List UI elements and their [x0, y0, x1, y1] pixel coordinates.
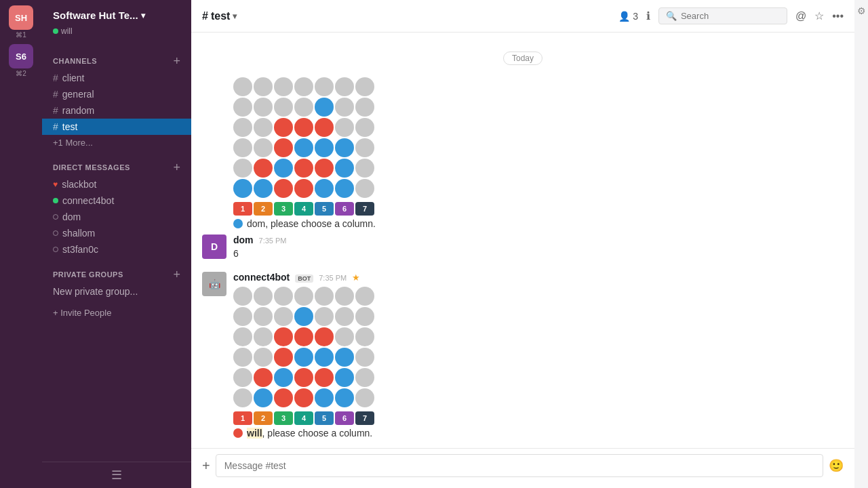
- board-cell: [233, 138, 252, 157]
- board-cell: [254, 179, 273, 198]
- board-cell: [335, 307, 354, 326]
- more-icon[interactable]: •••: [832, 10, 844, 22]
- message-author-bot1: connect4bot: [233, 272, 290, 283]
- message-group-bot1: 🤖 connect4bot BOT 7:35 PM ★ 1 2 3 4 5: [202, 269, 844, 441]
- message-time-dom: 7:35 PM: [259, 237, 287, 245]
- board-cell: [315, 179, 334, 198]
- board-cell: [294, 77, 313, 96]
- board-cell: [335, 77, 354, 96]
- col-5[interactable]: 5: [315, 202, 334, 216]
- invite-people-button[interactable]: + Invite People: [42, 300, 191, 326]
- col-2[interactable]: 2: [254, 202, 273, 216]
- board-cell: [355, 368, 374, 387]
- col-7[interactable]: 7: [355, 202, 374, 216]
- chat-header: # test ▾ 👤 3 ℹ 🔍 @ ☆ •••: [191, 0, 854, 33]
- dm-item-shallom[interactable]: shallom: [42, 225, 191, 241]
- workspace-primary[interactable]: SH ⌘1: [9, 5, 33, 39]
- more-channels-link[interactable]: +1 More...: [42, 135, 191, 150]
- sidebar-menu-icon[interactable]: ☰: [111, 468, 122, 483]
- board-cell: [335, 98, 354, 117]
- col-1[interactable]: 1: [233, 202, 252, 216]
- board-cell: [294, 138, 313, 157]
- turn-indicator-pre: dom, please choose a column.: [233, 218, 844, 229]
- status-dot: [53, 28, 58, 34]
- board-cell: [355, 179, 374, 198]
- settings-icon[interactable]: ⚙: [857, 5, 866, 16]
- board-cell: [294, 179, 313, 198]
- add-dm-button[interactable]: +: [173, 161, 180, 174]
- dm-item-connect4bot[interactable]: connect4bot: [42, 192, 191, 209]
- col-4[interactable]: 4: [294, 202, 313, 216]
- search-box[interactable]: 🔍: [658, 7, 787, 24]
- board-cell: [315, 159, 334, 178]
- add-private-group-button[interactable]: +: [173, 268, 180, 281]
- board-cell: [335, 287, 354, 306]
- private-groups-section-header: PRIVATE GROUPS +: [42, 258, 191, 283]
- dm-item-slackbot[interactable]: ♥ slackbot: [42, 176, 191, 192]
- col-4[interactable]: 4: [294, 411, 313, 425]
- star-button1[interactable]: ★: [352, 272, 360, 283]
- board-cell: [335, 159, 354, 178]
- star-icon[interactable]: ☆: [814, 9, 824, 22]
- col-numbers1: 1 2 3 4 5 6 7: [233, 411, 844, 425]
- channel-item-test[interactable]: # test: [42, 119, 191, 135]
- add-channel-button[interactable]: +: [173, 55, 180, 67]
- search-icon: 🔍: [666, 11, 677, 21]
- board-cell: [294, 368, 313, 387]
- board-cell: [274, 138, 293, 157]
- dm-status-connect4bot: [53, 198, 58, 203]
- board-cell: [274, 159, 293, 178]
- search-input[interactable]: [681, 11, 780, 21]
- col-5[interactable]: 5: [315, 411, 334, 425]
- attach-button[interactable]: +: [202, 458, 210, 474]
- dm-item-st3fan0c[interactable]: st3fan0c: [42, 241, 191, 258]
- workspace-secondary-avatar[interactable]: S6: [9, 44, 33, 68]
- col-2[interactable]: 2: [254, 411, 273, 425]
- chat-header-left: # test ▾: [202, 10, 237, 22]
- board-row: [233, 388, 374, 407]
- messages-area: Today 1 2 3 4 5 6 7 dom, please choose a…: [191, 33, 854, 448]
- board-cell: [233, 368, 252, 387]
- right-gutter: ⚙: [854, 0, 868, 488]
- workspace-name[interactable]: Software Hut Te... ▾: [53, 9, 145, 21]
- col-7[interactable]: 7: [355, 411, 374, 425]
- board-cell: [355, 138, 374, 157]
- board-cell: [335, 368, 354, 387]
- channel-item-general[interactable]: # general: [42, 86, 191, 102]
- board-cell: [254, 307, 273, 326]
- member-count[interactable]: 👤 3: [618, 11, 638, 22]
- info-icon[interactable]: ℹ: [646, 9, 650, 22]
- board-cell: [294, 327, 313, 346]
- board-row: [233, 159, 374, 178]
- workspace-secondary[interactable]: S6 ⌘2: [9, 44, 33, 77]
- board-cell: [274, 327, 293, 346]
- board-row: [233, 77, 374, 96]
- board-cell: [274, 77, 293, 96]
- workspace-primary-avatar[interactable]: SH: [9, 5, 33, 30]
- board-cell: [315, 348, 334, 367]
- channel-dropdown-chevron[interactable]: ▾: [233, 12, 237, 21]
- board-cell: [274, 179, 293, 198]
- board-cell: [315, 368, 334, 387]
- new-private-group-item[interactable]: New private group...: [42, 283, 191, 300]
- dm-item-dom[interactable]: dom: [42, 209, 191, 225]
- board-cell: [315, 118, 334, 137]
- col-6[interactable]: 6: [335, 411, 354, 425]
- board-cell: [254, 118, 273, 137]
- channel-item-random[interactable]: # random: [42, 102, 191, 119]
- bot-badge1: BOT: [295, 274, 313, 283]
- turn-dot-red: [233, 428, 243, 438]
- board-cell: [254, 327, 273, 346]
- col-3[interactable]: 3: [274, 411, 293, 425]
- board-cell: [335, 118, 354, 137]
- board-cell: [254, 77, 273, 96]
- board-cell: [335, 179, 354, 198]
- emoji-button[interactable]: 🙂: [829, 458, 844, 473]
- message-input[interactable]: [216, 454, 823, 477]
- at-icon[interactable]: @: [795, 10, 806, 22]
- board-cell: [355, 388, 374, 407]
- col-6[interactable]: 6: [335, 202, 354, 216]
- channel-item-client[interactable]: # client: [42, 70, 191, 86]
- col-1[interactable]: 1: [233, 411, 252, 425]
- col-3[interactable]: 3: [274, 202, 293, 216]
